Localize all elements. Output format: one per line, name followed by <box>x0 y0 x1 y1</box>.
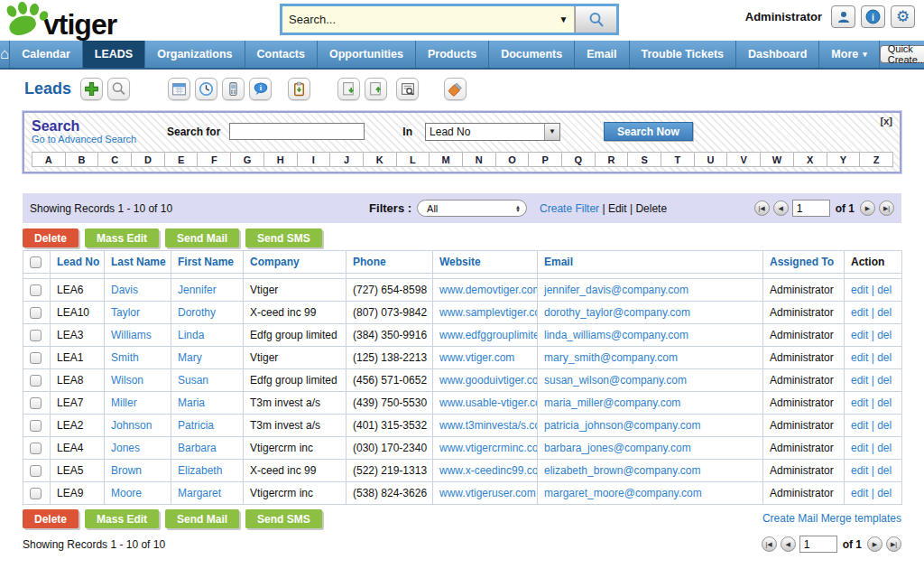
website-value[interactable]: www.samplevtiger.com <box>439 306 538 319</box>
del-link[interactable]: del <box>877 487 892 499</box>
filter-select[interactable]: All ▲▼ <box>417 200 527 217</box>
tab-contacts[interactable]: Contacts <box>245 41 318 68</box>
website-value[interactable]: www.gooduivtiger.com <box>439 374 538 387</box>
prev-page-button[interactable]: ◀ <box>773 200 789 216</box>
tab-email[interactable]: Email <box>575 41 629 68</box>
last-page-button[interactable]: ▶| <box>879 200 894 216</box>
column-header-email[interactable]: Email <box>538 251 763 274</box>
alpha-D[interactable]: D <box>131 152 165 167</box>
column-header-website[interactable]: Website <box>433 251 538 274</box>
edit-filter-link[interactable]: Edit <box>608 202 627 215</box>
phone-button[interactable] <box>222 78 245 100</box>
search-field-select[interactable]: Lead No ▼ <box>425 123 560 141</box>
row-checkbox[interactable] <box>30 352 42 364</box>
edit-link[interactable]: edit <box>851 487 868 499</box>
alpha-Z[interactable]: Z <box>859 152 893 167</box>
tab-documents[interactable]: Documents <box>489 41 575 68</box>
last-name-value[interactable]: Johnson <box>111 419 152 432</box>
clock-button[interactable] <box>195 78 217 100</box>
email-value[interactable]: jennifer_davis@company.com <box>544 284 688 296</box>
tab-leads[interactable]: LEADS <box>83 41 145 68</box>
column-header-assigned-to[interactable]: Assigned To <box>763 251 845 274</box>
alpha-U[interactable]: U <box>694 152 728 167</box>
first-name-value[interactable]: Maria <box>178 396 205 409</box>
send-sms-button[interactable]: Send SMS <box>245 509 322 528</box>
global-search-button[interactable] <box>575 6 616 33</box>
mass-edit-button[interactable]: Mass Edit <box>85 228 159 247</box>
first-name-value[interactable]: Susan <box>178 374 208 387</box>
column-header-lead-no[interactable]: Lead No <box>51 251 105 274</box>
prev-page-button[interactable]: ◀ <box>781 536 796 552</box>
last-name-value[interactable]: Moore <box>111 487 142 499</box>
row-checkbox[interactable] <box>30 443 42 454</box>
first-name-value[interactable]: Mary <box>178 351 202 364</box>
user-profile-button[interactable] <box>831 5 855 28</box>
send-mail-button[interactable]: Send Mail <box>165 228 239 247</box>
website-value[interactable]: www.x-ceedinc99.com <box>439 464 538 477</box>
email-value[interactable]: dorothy_taylor@company.com <box>544 306 690 319</box>
export-button[interactable] <box>365 78 387 100</box>
search-for-input[interactable] <box>229 123 365 140</box>
quick-create-select[interactable]: Quick Create... ▲▼ <box>880 45 924 63</box>
tab-trouble-tickets[interactable]: Trouble Tickets <box>630 41 736 68</box>
edit-link[interactable]: edit <box>851 419 868 432</box>
del-link[interactable]: del <box>877 329 892 341</box>
home-tab[interactable]: ⌂ <box>0 41 10 68</box>
mass-edit-button[interactable]: Mass Edit <box>85 509 159 528</box>
alpha-J[interactable]: J <box>329 152 364 167</box>
last-name-value[interactable]: Taylor <box>111 306 140 319</box>
email-value[interactable]: linda_williams@company.com <box>544 329 688 341</box>
first-name-value[interactable]: Jennifer <box>178 284 217 296</box>
del-link[interactable]: del <box>877 374 892 387</box>
row-checkbox[interactable] <box>30 284 42 296</box>
del-link[interactable]: del <box>877 419 892 432</box>
first-page-button[interactable]: |◀ <box>762 536 777 552</box>
alpha-I[interactable]: I <box>297 152 331 167</box>
first-name-value[interactable]: Barbara <box>178 442 217 454</box>
website-value[interactable]: www.edfggrouplimited.com <box>439 329 538 341</box>
import-button[interactable] <box>337 78 360 100</box>
alpha-E[interactable]: E <box>164 152 199 167</box>
email-value[interactable]: margaret_moore@company.com <box>544 487 702 499</box>
alpha-C[interactable]: C <box>97 152 132 167</box>
edit-link[interactable]: edit <box>851 464 868 477</box>
website-value[interactable]: www.vtiger.com <box>439 351 514 364</box>
row-checkbox[interactable] <box>30 420 42 432</box>
edit-link[interactable]: edit <box>851 374 868 387</box>
delete-filter-link[interactable]: Delete <box>635 202 667 215</box>
alpha-Y[interactable]: Y <box>827 152 861 167</box>
column-header-first-name[interactable]: First Name <box>171 251 244 274</box>
create-filter-link[interactable]: Create Filter <box>540 202 599 215</box>
alpha-O[interactable]: O <box>495 152 530 167</box>
settings-button[interactable]: ⚙ <box>891 5 915 28</box>
website-value[interactable]: www.vtigercrminc.com <box>439 442 538 454</box>
email-value[interactable]: elizabeth_brown@company.com <box>544 464 700 477</box>
column-header-action[interactable]: Action <box>845 251 902 274</box>
column-header-last-name[interactable]: Last Name <box>105 251 171 274</box>
alpha-L[interactable]: L <box>396 152 430 167</box>
last-name-value[interactable]: Wilson <box>111 374 143 387</box>
del-link[interactable]: del <box>877 284 892 296</box>
first-name-value[interactable]: Dorothy <box>178 306 216 319</box>
del-link[interactable]: del <box>877 396 892 409</box>
first-page-button[interactable]: |◀ <box>754 200 770 216</box>
delete-button[interactable]: Delete <box>23 228 79 247</box>
alpha-N[interactable]: N <box>462 152 496 167</box>
row-checkbox[interactable] <box>30 488 42 499</box>
first-name-value[interactable]: Margaret <box>178 487 221 499</box>
last-name-value[interactable]: Jones <box>111 442 140 454</box>
del-link[interactable]: del <box>877 306 892 319</box>
website-value[interactable]: www.vtigeruser.com <box>439 487 536 499</box>
email-value[interactable]: maria_miller@company.com <box>544 396 680 409</box>
email-value[interactable]: barbara_jones@company.com <box>544 442 691 454</box>
column-header-company[interactable]: Company <box>244 251 346 274</box>
select-all-checkbox[interactable] <box>30 256 42 268</box>
alpha-F[interactable]: F <box>197 152 231 167</box>
edit-link[interactable]: edit <box>851 306 868 319</box>
tab-products[interactable]: Products <box>416 41 489 68</box>
last-name-value[interactable]: Williams <box>111 329 152 341</box>
edit-link[interactable]: edit <box>851 284 868 296</box>
alpha-W[interactable]: W <box>760 152 794 167</box>
global-search-input[interactable]: Search... <box>282 6 553 33</box>
row-checkbox[interactable] <box>30 465 42 477</box>
